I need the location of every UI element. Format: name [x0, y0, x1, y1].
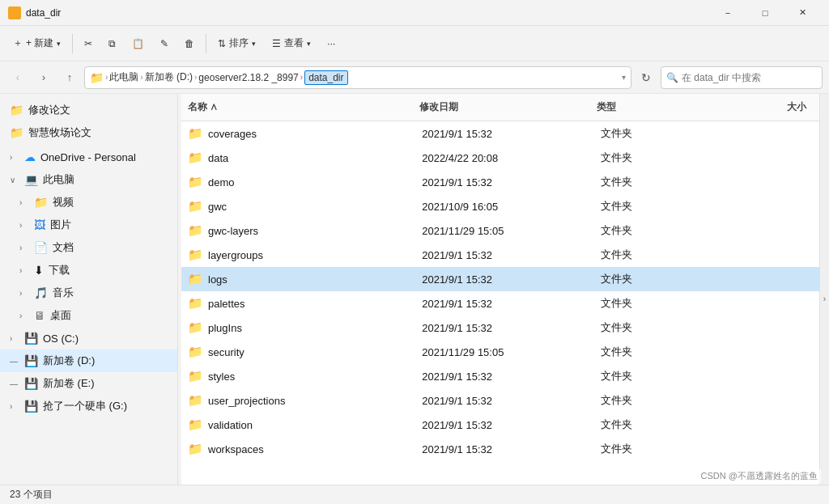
table-row[interactable]: 📁 layergroups 2021/9/1 15:32 文件夹 [181, 243, 819, 267]
rename-button[interactable]: ✎ [154, 31, 175, 57]
expand-icon: — [10, 357, 19, 366]
breadcrumb-this-pc[interactable]: 此电脑 [109, 70, 138, 84]
title-bar-left: data_dir [8, 6, 61, 19]
file-name: security [208, 346, 244, 358]
file-date: 2021/11/29 15:05 [415, 345, 594, 360]
header-size[interactable]: 大小 [712, 97, 819, 117]
sidebar-item-onedrive[interactable]: › ☁ OneDrive - Personal [0, 146, 177, 168]
table-row[interactable]: 📁 workspaces 2021/9/1 15:32 文件夹 [181, 437, 819, 461]
expand-icon: › [10, 402, 19, 411]
breadcrumb-sep-2: › [194, 73, 197, 82]
sidebar-item-xg-paper[interactable]: 📁 修改论文 [0, 99, 177, 121]
header-date[interactable]: 修改日期 [413, 97, 590, 117]
folder-icon: 📁 [188, 223, 203, 238]
table-row[interactable]: 📁 coverages 2021/9/1 15:32 文件夹 [181, 121, 819, 146]
sidebar-item-zhihui-paper[interactable]: 📁 智慧牧场论文 [0, 121, 177, 144]
delete-button[interactable]: 🗑 [178, 31, 201, 57]
watermark: CSDN @不愿透露姓名的蓝鱼 [698, 469, 821, 483]
search-box[interactable]: 🔍 [661, 66, 823, 89]
search-input[interactable] [682, 72, 811, 83]
file-type: 文件夹 [594, 149, 718, 167]
table-row[interactable]: 📁 validation 2021/9/1 15:32 文件夹 [181, 413, 819, 437]
paste-button[interactable]: 📋 [125, 31, 151, 57]
file-size [718, 447, 819, 451]
file-size [718, 132, 819, 135]
sidebar-item-documents[interactable]: › 📄 文档 [0, 236, 177, 259]
header-type[interactable]: 类型 [590, 97, 712, 117]
table-row[interactable]: 📁 demo 2021/9/1 15:32 文件夹 [181, 170, 819, 194]
more-button[interactable]: ··· [321, 31, 342, 57]
sidebar-item-g-drive[interactable]: › 💾 抢了一个硬串 (G:) [0, 395, 177, 417]
breadcrumb-d-drive[interactable]: 新加卷 (D:) [145, 70, 193, 84]
expand-icon: › [19, 221, 29, 230]
close-button[interactable]: ✕ [784, 0, 821, 26]
drive-icon: 💾 [24, 332, 38, 345]
sidebar-item-c-drive[interactable]: › 💾 OS (C:) [0, 327, 177, 349]
expand-icon: › [19, 311, 29, 320]
back-button[interactable]: ‹ [6, 66, 29, 89]
sidebar-item-label: OS (C:) [43, 332, 79, 345]
table-row[interactable]: 📁 plugIns 2021/9/1 15:32 文件夹 [181, 316, 819, 340]
view-label: 查看 [284, 36, 304, 50]
toolbar-sep-1 [72, 34, 73, 53]
breadcrumb-folder-icon: 📁 [90, 71, 104, 84]
sidebar-item-label: 新加卷 (D:) [43, 354, 95, 368]
sidebar-item-downloads[interactable]: › ⬇ 下载 [0, 259, 177, 282]
refresh-button[interactable]: ↻ [635, 66, 657, 89]
folder-icon: 📁 [188, 442, 203, 456]
sort-dropdown-icon: ▾ [252, 40, 256, 48]
sidebar-item-pictures[interactable]: › 🖼 图片 [0, 214, 177, 236]
file-size [718, 253, 819, 256]
maximize-button[interactable]: □ [746, 0, 784, 26]
table-row[interactable]: 📁 styles 2021/9/1 15:32 文件夹 [181, 364, 819, 388]
file-type: 文件夹 [594, 197, 718, 215]
file-size [718, 423, 819, 426]
file-name: workspaces [208, 443, 264, 455]
sidebar-item-music[interactable]: › 🎵 音乐 [0, 282, 177, 304]
file-date: 2021/9/1 15:32 [415, 369, 594, 384]
table-row[interactable]: 📁 gwc 2021/10/9 16:05 文件夹 [181, 194, 819, 218]
status-bar: 23 个项目 [0, 485, 829, 504]
table-row[interactable]: 📁 security 2021/11/29 15:05 文件夹 [181, 340, 819, 364]
drive-icon: 💾 [24, 354, 38, 367]
sidebar-item-desktop[interactable]: › 🖥 桌面 [0, 304, 177, 327]
table-row[interactable]: 📁 gwc-layers 2021/11/29 15:05 文件夹 [181, 218, 819, 243]
file-name-cell: 📁 user_projections [181, 392, 415, 409]
breadcrumb-data-dir[interactable]: data_dir [304, 70, 347, 85]
sort-button[interactable]: ⇅ 排序 ▾ [211, 31, 262, 57]
header-name[interactable]: 名称 ∧ [181, 97, 413, 117]
view-button[interactable]: ☰ 查看 ▾ [266, 31, 317, 57]
file-size [718, 399, 819, 402]
copy-button[interactable]: ⧉ [102, 31, 122, 57]
documents-icon: 📄 [34, 241, 48, 254]
folder-icon: 📁 [188, 417, 203, 432]
file-size [718, 180, 819, 184]
file-type: 文件夹 [594, 343, 718, 361]
toolbar: ＋ + 新建 ▾ ✂ ⧉ 📋 ✎ 🗑 ⇅ 排序 ▾ ☰ 查看 ▾ ··· [0, 26, 829, 61]
sidebar-item-videos[interactable]: › 📁 视频 [0, 191, 177, 214]
minimize-button[interactable]: − [709, 0, 746, 26]
forward-button[interactable]: › [32, 66, 55, 89]
new-button[interactable]: ＋ + 新建 ▾ [6, 31, 67, 57]
file-name-cell: 📁 layergroups [181, 246, 415, 264]
up-button[interactable]: ↑ [58, 66, 81, 89]
file-name-cell: 📁 validation [181, 416, 415, 434]
table-row[interactable]: 📁 logs 2021/9/1 15:32 文件夹 [181, 267, 819, 291]
table-row[interactable]: 📁 user_projections 2021/9/1 15:32 文件夹 [181, 388, 819, 413]
pc-icon: 💻 [24, 173, 38, 186]
file-date: 2021/9/1 15:32 [415, 296, 594, 311]
file-type: 文件夹 [594, 125, 718, 142]
new-icon: ＋ [13, 36, 23, 50]
breadcrumb-sep-0: › [105, 73, 108, 82]
file-name-cell: 📁 plugIns [181, 319, 415, 337]
table-row[interactable]: 📁 data 2022/4/22 20:08 文件夹 [181, 146, 819, 170]
sidebar-item-this-pc[interactable]: ∨ 💻 此电脑 [0, 168, 177, 191]
cut-button[interactable]: ✂ [78, 31, 99, 57]
sidebar-item-d-drive[interactable]: — 💾 新加卷 (D:) [0, 349, 177, 372]
breadcrumb-geoserver[interactable]: geoserver2.18.2 _8997 [198, 72, 298, 83]
expand-icon: › [19, 266, 29, 275]
sidebar-item-e-drive[interactable]: — 💾 新加卷 (E:) [0, 372, 177, 395]
collapse-handle[interactable]: › [819, 94, 829, 504]
sidebar-item-label: 桌面 [50, 308, 71, 323]
table-row[interactable]: 📁 palettes 2021/9/1 15:32 文件夹 [181, 291, 819, 316]
